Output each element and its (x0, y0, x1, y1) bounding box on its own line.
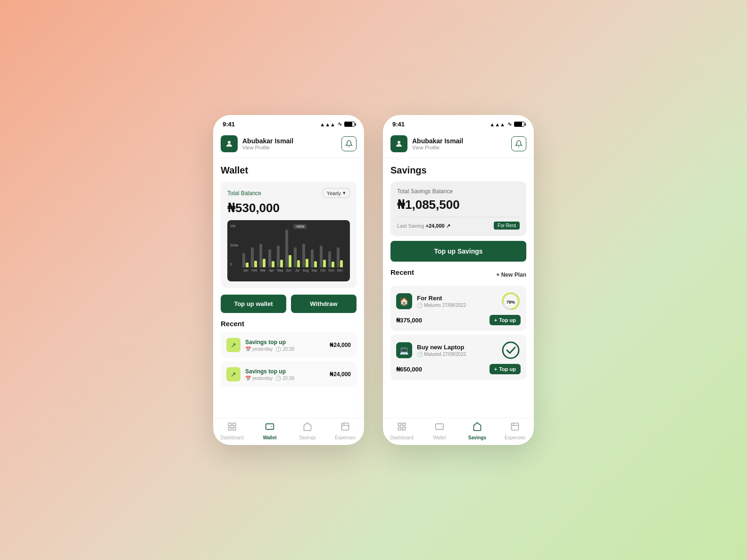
nav-label-savings-right: Savings (468, 435, 486, 440)
nav-label-expenses-left: Expenses (335, 435, 356, 440)
svg-rect-14 (398, 423, 401, 426)
svg-rect-1 (229, 423, 232, 426)
transaction-meta-1: 📅 yesterday 🕐 20:38 (245, 346, 294, 352)
time-left: 9:41 (223, 121, 235, 128)
action-buttons: Top up wallet Withdraw (221, 295, 357, 313)
svg-rect-3 (233, 428, 236, 430)
avatar-left (221, 135, 238, 152)
svg-point-0 (228, 141, 231, 144)
savings-balance-amount: ₦1,085,500 (397, 198, 520, 212)
for-rent-badge: For Rent (494, 222, 520, 230)
plan-item-laptop: 💻 Buy new Laptop 🕐 Matured 27/08/2022 (390, 335, 526, 380)
page-title-left: Wallet (221, 165, 357, 176)
progress-circle-rent: 78% (501, 291, 521, 311)
last-saving-label: Last Saving (397, 223, 426, 229)
card-header: Total Balance Yearly ▾ (227, 188, 350, 198)
svg-rect-5 (266, 424, 274, 429)
topup-laptop-button[interactable]: + Top up (490, 364, 521, 374)
view-profile-right[interactable]: View Profile (412, 145, 463, 150)
savings-icon-left (303, 422, 312, 434)
svg-rect-15 (403, 423, 406, 426)
topup-rent-button[interactable]: + Top up (490, 315, 521, 325)
bottom-nav-left: Dashboard Wallet Savings Expenses (213, 418, 364, 445)
transaction-amount-2: ₦24,000 (330, 371, 351, 378)
plan-item-for-rent: 🏠 For Rent 🕐 Matures 27/08/2022 (390, 286, 526, 331)
transaction-name-1: Savings top up (245, 339, 294, 346)
last-saving-row: Last Saving +24,000 ↗ For Rent (397, 221, 520, 230)
plan-meta-rent: 🕐 Matures 27/08/2022 (417, 303, 466, 308)
nav-savings-right[interactable]: Savings (458, 422, 496, 440)
nav-label-dashboard-right: Dashboard (390, 435, 414, 440)
header-left: Abubakar Ismail View Profile (213, 132, 364, 158)
page-title-right: Savings (390, 165, 526, 176)
nav-expenses-left[interactable]: Expenses (326, 422, 364, 440)
nav-savings-left[interactable]: Savings (289, 422, 326, 440)
view-profile-left[interactable]: View Profile (242, 145, 293, 150)
transaction-amount-1: ₦24,000 (330, 342, 351, 348)
savings-balance-label: Total Savings Balance (397, 188, 520, 195)
plan-icon-laptop: 💻 (396, 342, 412, 358)
nav-dashboard-right[interactable]: Dashboard (383, 422, 421, 440)
right-phone: 9:41 ▲▲▲ ∿ Abubakar Ismail View Profile (383, 115, 534, 445)
header-user-left: Abubakar Ismail View Profile (221, 135, 293, 152)
expenses-icon-right (510, 422, 520, 434)
chevron-down-icon: ▾ (343, 190, 346, 196)
transaction-item-2: ↗ Savings top up 📅 yesterday 🕐 20:38 ₦24… (221, 362, 357, 387)
new-plan-link[interactable]: + New Plan (496, 272, 526, 278)
nav-label-dashboard-left: Dashboard (221, 435, 244, 440)
nav-dashboard-left[interactable]: Dashboard (213, 422, 251, 440)
notification-btn-right[interactable] (511, 136, 526, 151)
topup-wallet-button[interactable]: Top up wallet (221, 295, 286, 313)
nav-wallet-left[interactable]: Wallet (251, 422, 289, 440)
plan-amount-rent: ₦375,000 (396, 317, 422, 324)
battery-icon-right (514, 122, 524, 127)
svg-point-13 (503, 342, 519, 358)
bottom-nav-right: Dashboard Wallet Savings Expenses (383, 418, 534, 445)
balance-card: Total Balance Yearly ▾ ₦530,000 1M 500k … (221, 181, 357, 288)
user-name-right: Abubakar Ismail (412, 137, 463, 145)
plan-name-laptop: Buy new Laptop (417, 344, 466, 351)
svg-rect-6 (342, 423, 349, 430)
status-icons-right: ▲▲▲ ∿ (490, 121, 524, 127)
plan-amount-laptop: ₦650,000 (396, 366, 422, 373)
nav-label-wallet-right: Wallet (433, 435, 446, 440)
battery-icon (344, 122, 355, 127)
svg-rect-2 (233, 423, 236, 426)
content-left: Wallet Total Balance Yearly ▾ ₦530,000 1… (213, 158, 364, 418)
time-right: 9:41 (392, 121, 405, 128)
svg-text:78%: 78% (506, 300, 515, 305)
chart-container: 1M 500k 0 +660k (227, 220, 350, 281)
withdraw-button[interactable]: Withdraw (291, 295, 357, 313)
nav-wallet-right[interactable]: Wallet (421, 422, 458, 440)
notification-btn-left[interactable] (341, 136, 357, 151)
nav-expenses-right[interactable]: Expenses (496, 422, 534, 440)
topup-savings-button[interactable]: Top up Savings (390, 241, 526, 262)
user-name-left: Abubakar Ismail (242, 137, 293, 145)
progress-circle-laptop (501, 340, 521, 360)
savings-balance-card: Total Savings Balance ₦1,085,500 Last Sa… (390, 181, 526, 236)
savings-divider (397, 217, 520, 217)
transaction-item-1: ↗ Savings top up 📅 yesterday 🕐 20:38 ₦24… (221, 332, 357, 358)
plus-icon-rent: + (494, 317, 497, 323)
svg-rect-19 (512, 423, 519, 430)
left-phone: 9:41 ▲▲▲ ∿ Abubakar Ismail View Profile (213, 115, 364, 445)
expenses-icon-left (340, 422, 350, 434)
content-right: Savings Total Savings Balance ₦1,085,500… (383, 158, 534, 418)
new-plan-label: + New Plan (496, 272, 526, 278)
nav-label-wallet-left: Wallet (263, 435, 276, 440)
status-bar-right: 9:41 ▲▲▲ ∿ (383, 115, 534, 132)
svg-rect-16 (403, 428, 406, 430)
svg-rect-18 (436, 424, 444, 429)
chart-y-labels: 1M 500k 0 (230, 224, 238, 266)
recent-title-right: Recent (390, 268, 414, 276)
period-selector[interactable]: Yearly ▾ (323, 188, 350, 198)
user-info-left: Abubakar Ismail View Profile (242, 137, 293, 150)
dashboard-icon-right (397, 422, 407, 434)
period-label: Yearly (327, 190, 341, 196)
nav-label-expenses-right: Expenses (505, 435, 525, 440)
signal-icon-right: ▲▲▲ (490, 122, 505, 127)
dashboard-icon-left (227, 422, 237, 434)
wifi-icon-right: ∿ (507, 121, 512, 127)
balance-amount: ₦530,000 (227, 201, 350, 215)
transaction-icon-1: ↗ (226, 338, 241, 352)
